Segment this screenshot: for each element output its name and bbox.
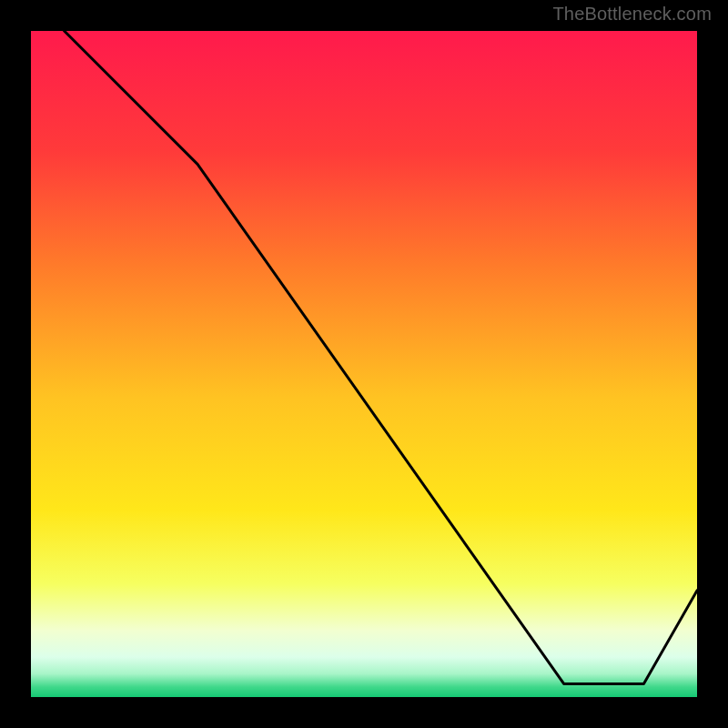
plot-area — [31, 31, 697, 697]
data-curve — [31, 31, 697, 697]
chart-frame: TheBottleneck.com — [0, 0, 728, 728]
watermark-text: TheBottleneck.com — [552, 4, 712, 25]
plot-border — [27, 27, 701, 701]
